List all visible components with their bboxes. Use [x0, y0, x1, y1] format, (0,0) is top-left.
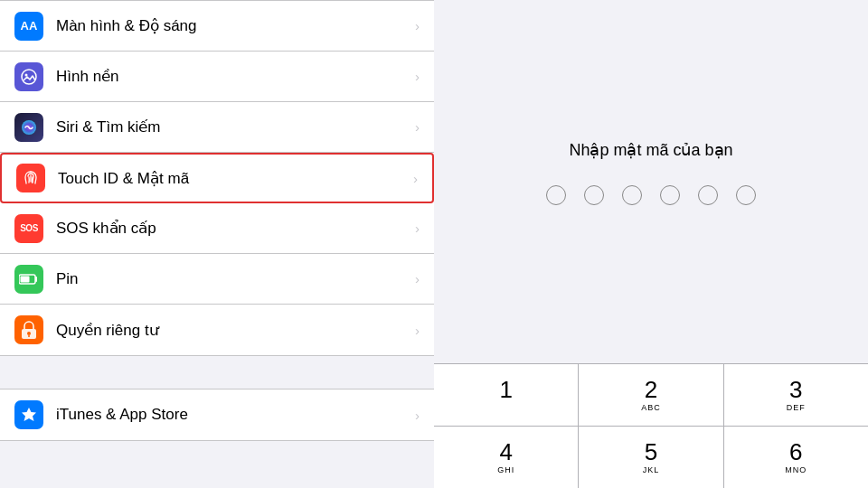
passcode-dot-5 — [698, 185, 718, 205]
sidebar-item-siri[interactable]: Siri & Tìm kiếm › — [0, 102, 434, 153]
passcode-dots — [546, 185, 756, 205]
numpad-key-1[interactable]: 1 — [434, 364, 579, 426]
appstore-label: iTunes & App Store — [56, 406, 408, 424]
display-icon: AA — [14, 12, 43, 41]
numpad-key-5[interactable]: 5 JKL — [579, 427, 723, 488]
touchid-label: Touch ID & Mật mã — [58, 169, 406, 188]
chevron-icon: › — [415, 221, 420, 236]
chevron-icon: › — [415, 323, 420, 338]
privacy-icon — [14, 315, 43, 344]
sos-icon: SOS — [14, 214, 43, 243]
touchid-icon — [16, 164, 45, 192]
passcode-title: Nhập mật mã của bạn — [569, 140, 732, 160]
numpad-row-1: 1 2 ABC 3 DEF — [434, 364, 868, 427]
sidebar-item-battery[interactable]: Pin › — [0, 254, 434, 305]
display-label: Màn hình & Độ sáng — [56, 16, 408, 35]
settings-panel: AA Màn hình & Độ sáng › Hình nền › — [0, 0, 434, 488]
siri-icon — [14, 113, 43, 142]
wallpaper-label: Hình nền — [56, 67, 408, 86]
sidebar-item-sos[interactable]: SOS SOS khẩn cấp › — [0, 203, 434, 254]
battery-icon — [14, 265, 43, 294]
chevron-icon: › — [415, 18, 420, 33]
sidebar-item-privacy[interactable]: Quyền riêng tư › — [0, 305, 434, 355]
chevron-icon: › — [415, 271, 420, 286]
chevron-icon: › — [415, 69, 420, 84]
battery-label: Pin — [56, 270, 408, 288]
sos-label: SOS khẩn cấp — [56, 219, 408, 238]
group-separator — [0, 356, 434, 389]
siri-label: Siri & Tìm kiếm — [56, 117, 408, 136]
numpad-key-3[interactable]: 3 DEF — [724, 364, 868, 426]
numpad-key-4[interactable]: 4 GHI — [434, 427, 579, 488]
numpad-key-2[interactable]: 2 ABC — [579, 364, 723, 426]
chevron-icon: › — [413, 171, 418, 186]
sidebar-item-appstore[interactable]: iTunes & App Store › — [0, 389, 434, 440]
appstore-icon — [14, 400, 43, 429]
passcode-dot-3 — [622, 185, 642, 205]
numpad-row-2: 4 GHI 5 JKL 6 MNO — [434, 427, 868, 488]
svg-rect-4 — [21, 276, 30, 282]
svg-point-6 — [27, 332, 31, 335]
numpad-key-6[interactable]: 6 MNO — [724, 427, 868, 488]
chevron-icon: › — [415, 408, 420, 423]
wallpaper-icon — [14, 62, 43, 91]
chevron-icon: › — [415, 119, 420, 135]
passcode-dot-6 — [736, 185, 756, 205]
passcode-dot-1 — [546, 185, 566, 205]
sidebar-item-display[interactable]: AA Màn hình & Độ sáng › — [0, 1, 434, 52]
sidebar-item-wallpaper[interactable]: Hình nền › — [0, 52, 434, 102]
svg-point-1 — [25, 73, 28, 76]
privacy-label: Quyền riêng tư — [56, 321, 408, 340]
sidebar-item-touchid[interactable]: Touch ID & Mật mã › — [0, 153, 434, 203]
passcode-prompt-area: Nhập mật mã của bạn — [546, 0, 756, 363]
svg-point-0 — [22, 70, 36, 84]
passcode-panel: Nhập mật mã của bạn 1 2 ABC 3 DEF — [434, 0, 868, 488]
settings-group-main: AA Màn hình & Độ sáng › Hình nền › — [0, 0, 434, 356]
numpad: 1 2 ABC 3 DEF 4 GHI 5 JKL 6 MN — [434, 363, 868, 488]
settings-group-store: iTunes & App Store › — [0, 389, 434, 441]
passcode-dot-4 — [660, 185, 680, 205]
passcode-dot-2 — [584, 185, 604, 205]
